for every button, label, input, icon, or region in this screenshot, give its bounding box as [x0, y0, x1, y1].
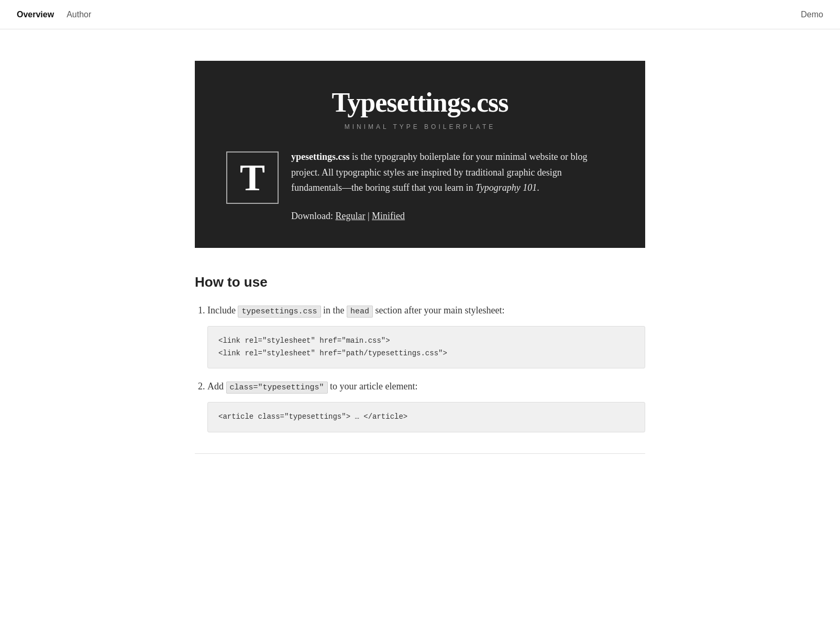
step-2-code-block: <article class="typesettings"> … </artic…: [207, 402, 645, 432]
download-minified-link[interactable]: Minified: [372, 211, 405, 221]
hero-text-paragraph: ypesettings.css is the typography boiler…: [291, 149, 614, 196]
drop-cap-box: T: [226, 151, 279, 204]
download-regular-link[interactable]: Regular: [336, 211, 366, 221]
steps-list: Include typesettings.css in the head sec…: [195, 303, 645, 432]
download-separator: |: [368, 211, 372, 221]
hero-body: T ypesettings.css is the typography boil…: [226, 149, 614, 222]
step-1-text-after: in the: [321, 305, 347, 316]
step-1: Include typesettings.css in the head sec…: [207, 303, 645, 368]
hero-section: Typesettings.css MINIMAL TYPE BOILERPLAT…: [195, 61, 645, 248]
step-1-code-block: <link rel="stylesheet" href="main.css"> …: [207, 326, 645, 369]
download-label: Download:: [291, 211, 333, 221]
hero-title: Typesettings.css: [226, 87, 614, 118]
step-2-text-after: to your article element:: [328, 381, 418, 391]
navbar: Overview Author Demo: [0, 0, 840, 29]
step-1-code-inline: typesettings.css: [238, 306, 320, 318]
step-1-text-after2: section after your main stylesheet:: [373, 305, 504, 316]
nav-item-overview[interactable]: Overview: [17, 10, 54, 19]
step-1-code-inline2: head: [347, 306, 373, 318]
hero-description: ypesettings.css is the typography boiler…: [291, 149, 614, 222]
nav-item-author[interactable]: Author: [67, 10, 91, 19]
step-2-code-inline: class="typesettings": [226, 382, 328, 394]
step-2-text-before: Add: [207, 381, 226, 391]
hero-text-italic: Typography 101: [476, 182, 537, 193]
hero-download: Download: Regular | Minified: [291, 211, 614, 222]
drop-cap-letter: T: [240, 159, 265, 197]
nav-left: Overview Author: [17, 10, 91, 19]
hero-text-bold: ypesettings.css: [291, 151, 350, 162]
step-2: Add class="typesettings" to your article…: [207, 379, 645, 432]
step-1-text-before: Include: [207, 305, 238, 316]
nav-item-demo[interactable]: Demo: [801, 10, 823, 19]
hero-subtitle: MINIMAL TYPE BOILERPLATE: [226, 123, 614, 130]
section-divider: [195, 453, 645, 454]
hero-text-end: .: [537, 182, 539, 193]
main-content: How to use Include typesettings.css in t…: [195, 274, 645, 485]
how-to-use-title: How to use: [195, 274, 645, 290]
